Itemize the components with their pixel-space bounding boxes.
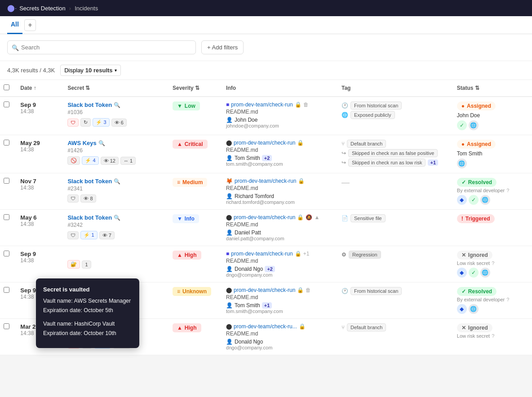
vault-badge[interactable]: 🔐 (67, 260, 80, 269)
secret-id: #3242 (67, 222, 165, 228)
search-bar: 🔍 + Add filters (0, 34, 532, 61)
help-icon[interactable]: ? (492, 333, 494, 339)
tag-item: ↪ Skipped in check run as false positive (341, 149, 450, 157)
sort-secret-icon[interactable]: ⇅ (85, 85, 90, 91)
help-icon[interactable]: ? (506, 297, 509, 302)
table-row: May 6 14:38 Slack bot Token 🔍 #3242 🛡 ⚡ … (0, 210, 532, 246)
col-header-date: Date ↑ (17, 80, 64, 97)
github-icon: ■ (226, 101, 229, 108)
diamond-icon[interactable]: ◆ (457, 268, 467, 278)
globe-small-icon[interactable]: 🌐 (480, 268, 490, 278)
add-filters-button[interactable]: + Add filters (201, 40, 244, 54)
search-input[interactable] (7, 40, 196, 54)
severity-pill: ▲ High (173, 251, 201, 260)
tooltip-vault2-exp: Expiration date: October 10th (43, 329, 132, 338)
info-repo[interactable]: ■ prom-dev-team/check-run 🔒 🗑 (226, 101, 334, 108)
info-repo[interactable]: ⬤ prom-dev-team/check-run 🔒 🔕 ▲ (226, 214, 334, 221)
lock-icon: 🔒 (299, 323, 306, 330)
check-circle-icon: ✓ (461, 179, 466, 185)
secret-badges: 🚫 ⚡ 4 👁 12 ↔ 1 (67, 156, 165, 165)
lock-icon: 🔒 (297, 287, 304, 293)
row-checkbox[interactable] (4, 101, 9, 107)
status-pill: ! Triggered (457, 214, 495, 223)
file-icon: 📄 (341, 215, 348, 221)
user-icon: 👤 (226, 229, 233, 236)
severity-pill: ≡ Unknown (173, 287, 211, 296)
tag-badge: Default branch (347, 140, 386, 148)
vault-tooltip: Secret is vaulted Vault name: AWS Secret… (36, 278, 139, 348)
occurrence-badge: ⚡ 4 (82, 156, 98, 165)
tab-bar: All + (0, 16, 532, 34)
search-secret-icon[interactable]: 🔍 (98, 140, 105, 146)
secret-name: Slack bot Token 🔍 (67, 214, 165, 221)
info-user: 👤 John Doe (226, 117, 334, 123)
globe-small-icon[interactable]: 🌐 (457, 159, 467, 168)
row-checkbox[interactable] (4, 251, 9, 256)
brand-label: Secrets Detection (19, 5, 66, 12)
secret-badges: 🛡 ⚡ 1 👁 7 (67, 231, 165, 239)
tag-item: 📄 Sensitive file (341, 214, 450, 222)
sort-date-icon[interactable]: ↑ (34, 85, 36, 91)
github-icon: ⬤ (226, 214, 232, 221)
row-checkbox[interactable] (4, 140, 9, 146)
row-checkbox[interactable] (4, 323, 9, 329)
globe-icon: 🌐 (341, 112, 348, 118)
page-breadcrumb: Incidents (75, 5, 98, 12)
select-all-checkbox[interactable] (4, 84, 9, 90)
tag-badge: Default branch (347, 323, 386, 331)
check-circle-icon: ✓ (461, 288, 466, 295)
search-secret-icon[interactable]: 🔍 (114, 178, 120, 185)
key-icon: ⬤· (7, 4, 17, 12)
extra-users: +2 (262, 155, 272, 161)
arrow-up-icon: ▲ (177, 141, 182, 147)
info-user: 👤 Daniel Patt (226, 229, 334, 236)
row-checkbox[interactable] (4, 178, 9, 184)
info-repo[interactable]: ■ prom-dev-team/check-run 🔒 +1 (226, 251, 334, 257)
info-email: dngo@company.com (226, 345, 334, 350)
row-checkbox[interactable] (4, 214, 9, 220)
tag-item: 🕐 From historical scan (341, 287, 450, 295)
help-icon[interactable]: ? (492, 260, 494, 266)
arrow-down-icon: ▼ (177, 216, 182, 222)
extra-users: +1 (262, 302, 272, 309)
tag-item: 🕐 From historical scan (341, 101, 450, 110)
secret-badges: 🛡 ↻ ⚡ 3 👁 6 (67, 118, 165, 127)
sort-severity-icon[interactable]: ⇅ (195, 85, 200, 91)
globe-small-icon[interactable]: 🌐 (469, 120, 479, 130)
status-icons: ◆ ✓ 🌐 (457, 195, 528, 205)
col-header-secret: Secret ⇅ (64, 80, 169, 97)
diamond-icon[interactable]: ◆ (457, 304, 467, 314)
help-icon[interactable]: ? (506, 188, 509, 193)
shield-repo-icon: 🔒 (297, 140, 304, 146)
add-tab-button[interactable]: + (24, 19, 36, 31)
diamond-icon[interactable]: ◆ (457, 195, 467, 205)
info-file: README.md (226, 109, 334, 115)
row-checkbox[interactable] (4, 287, 9, 293)
tooltip-vault1: Vault name: AWS Secrets Manager Expirati… (43, 296, 132, 316)
tooltip-vault2-name: Vault name: HashiCorp Vault (43, 319, 132, 329)
globe-small-icon[interactable]: 🌐 (480, 195, 490, 205)
search-secret-icon[interactable]: 🔍 (114, 215, 120, 221)
info-user: 👤 Donald Ngo +2 (226, 266, 334, 272)
info-email: richard.tomford@company.com (226, 199, 334, 205)
sort-status-icon[interactable]: ⇅ (475, 85, 479, 91)
github-icon: ⬤ (226, 287, 232, 293)
display-button[interactable]: Display 10 results ▾ (60, 65, 120, 76)
check-icon[interactable]: ✓ (469, 195, 479, 205)
info-repo[interactable]: 🦊 prom-dev-team/check-run 🔒 (226, 178, 334, 184)
x-icon: ✕ (461, 252, 466, 258)
secret-name: Slack bot Token 🔍 (67, 178, 165, 185)
info-email: johndoe@company.com (226, 123, 334, 128)
info-repo[interactable]: ⬤ prom-dev-team/check-run 🔒 🗑 (226, 287, 334, 293)
search-secret-icon[interactable]: 🔍 (114, 102, 120, 108)
check-icon[interactable]: ✓ (469, 268, 479, 278)
tab-all[interactable]: All (7, 16, 22, 34)
info-email: dngo@company.com (226, 272, 334, 278)
arrow-up-icon: ▲ (177, 325, 182, 331)
globe-small-icon[interactable]: 🌐 (469, 304, 479, 314)
lock-icon: 🔒 (298, 178, 305, 184)
check-icon[interactable]: ✓ (457, 120, 467, 130)
info-repo[interactable]: ⬤ prom-dev-team/check-run 🔒 (226, 140, 334, 146)
trash-icon: 🗑 (306, 287, 311, 293)
info-repo[interactable]: ⬤ prom-dev-team/check-ru... 🔒 (226, 323, 334, 330)
